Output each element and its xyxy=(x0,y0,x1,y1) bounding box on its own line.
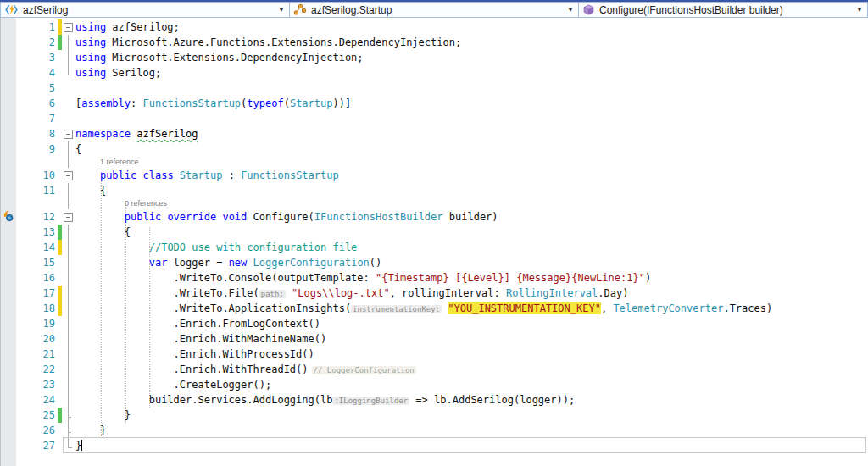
code-line: 5 xyxy=(0,80,868,96)
text-cursor xyxy=(81,440,82,451)
fold-margin xyxy=(62,438,75,453)
code-line: 23 .CreateLogger(); xyxy=(0,377,868,392)
line-number: 22 xyxy=(16,362,58,377)
code-text[interactable]: { xyxy=(75,183,868,198)
type-dropdown[interactable]: azfSerilog.Startup ▼ xyxy=(289,2,578,18)
type-dropdown-label: azfSerilog.Startup xyxy=(311,4,392,16)
fold-toggle[interactable] xyxy=(62,19,75,35)
code-text[interactable] xyxy=(75,111,868,126)
code-text[interactable] xyxy=(75,80,868,96)
member-dropdown-label: Configure(IFunctionsHostBuilder builder) xyxy=(599,4,783,16)
fold-margin xyxy=(62,141,75,157)
code-line: 24 builder.Services.AddLogging(lb:ILoggi… xyxy=(0,392,868,408)
line-number: 1 xyxy=(16,19,58,35)
line-number: 26 xyxy=(16,423,58,438)
code-text[interactable]: } xyxy=(75,423,868,438)
line-number: 18 xyxy=(16,301,58,316)
line-number: 8 xyxy=(16,126,58,141)
code-line: 16 .WriteTo.Console(outputTemplate: "{Ti… xyxy=(0,270,868,286)
code-line: 10 public class Startup : FunctionsStart… xyxy=(0,168,868,183)
azure-functions-project-icon xyxy=(5,4,18,15)
codelens-link[interactable]: 0 references xyxy=(75,198,868,209)
code-text[interactable]: } xyxy=(75,408,868,423)
code-text[interactable]: [assembly: FunctionsStartup(typeof(Start… xyxy=(75,96,868,111)
line-number: 17 xyxy=(16,286,58,301)
line-number: 5 xyxy=(16,80,58,96)
line-number: 15 xyxy=(16,255,58,270)
line-number: 19 xyxy=(16,316,58,331)
code-text[interactable]: builder.Services.AddLogging(lb:ILoggingB… xyxy=(75,392,868,408)
fold-toggle[interactable] xyxy=(62,168,75,183)
fold-margin xyxy=(62,316,75,331)
line-number xyxy=(16,198,58,209)
code-text[interactable]: .Enrich.WithMachineName() xyxy=(75,331,868,347)
fold-margin xyxy=(62,225,75,240)
code-line: 11 { xyxy=(0,183,868,198)
code-line: 9{ xyxy=(0,141,868,157)
code-text[interactable]: .CreateLogger(); xyxy=(75,377,868,392)
fold-toggle[interactable] xyxy=(62,126,75,141)
code-text[interactable]: using Serilog; xyxy=(75,65,868,80)
fold-margin xyxy=(62,331,75,347)
fold-margin xyxy=(62,377,75,392)
chevron-down-icon: ▼ xyxy=(278,6,285,14)
code-text[interactable]: using Microsoft.Extensions.DependencyInj… xyxy=(75,50,868,65)
line-number: 16 xyxy=(16,270,58,286)
code-text[interactable]: var logger = new LoggerConfiguration() xyxy=(75,255,868,270)
fold-margin xyxy=(62,183,75,198)
fold-margin xyxy=(62,347,75,362)
code-text[interactable]: { xyxy=(75,225,868,240)
code-line: 18 .WriteTo.ApplicationInsights(instrume… xyxy=(0,301,868,316)
line-number: 13 xyxy=(16,225,58,240)
code-text[interactable]: public class Startup : FunctionsStartup xyxy=(75,168,868,183)
codelens-link[interactable]: 1 reference xyxy=(75,157,868,168)
line-number: 3 xyxy=(16,50,58,65)
fold-margin xyxy=(62,96,75,111)
project-dropdown-label: azfSerilog xyxy=(23,4,68,16)
code-line: 19 .Enrich.FromLogContext() xyxy=(0,316,868,331)
code-line: 17 .WriteTo.File(path: "Logs\\log-.txt",… xyxy=(0,286,868,301)
code-text[interactable]: .Enrich.FromLogContext() xyxy=(75,316,868,331)
code-line: 25 } xyxy=(0,408,868,423)
navigation-bar: azfSerilog ▼ azfSerilog.Startup ▼ Config… xyxy=(0,0,868,18)
code-text[interactable]: using Microsoft.Azure.Functions.Extensio… xyxy=(75,35,868,50)
line-number: 10 xyxy=(16,168,58,183)
line-number: 20 xyxy=(16,331,58,347)
line-number: 21 xyxy=(16,347,58,362)
code-line: 21 .Enrich.WithProcessId() xyxy=(0,347,868,362)
fold-toggle[interactable] xyxy=(62,209,75,225)
chevron-down-icon: ▼ xyxy=(567,6,574,14)
code-line: 12 public override void Configure(IFunct… xyxy=(0,209,868,225)
code-text[interactable]: public override void Configure(IFunction… xyxy=(75,209,868,225)
code-text[interactable]: .WriteTo.Console(outputTemplate: "{Times… xyxy=(75,270,868,286)
flame-target-margin-icon[interactable] xyxy=(3,210,14,222)
code-text[interactable]: } xyxy=(75,438,868,453)
line-number: 25 xyxy=(16,408,58,423)
code-editor[interactable]: 1using azfSerilog;2using Microsoft.Azure… xyxy=(0,18,868,453)
method-icon xyxy=(583,4,594,15)
code-line: 1using azfSerilog; xyxy=(0,19,868,35)
fold-margin xyxy=(62,80,75,96)
line-number: 9 xyxy=(16,141,58,157)
line-number: 12 xyxy=(16,209,58,225)
member-dropdown[interactable]: Configure(IFunctionsHostBuilder builder)… xyxy=(578,2,868,18)
fold-margin xyxy=(62,111,75,126)
codelens-row: 1 reference xyxy=(0,157,868,168)
fold-margin xyxy=(62,35,75,50)
code-line: 2using Microsoft.Azure.Functions.Extensi… xyxy=(0,35,868,50)
project-dropdown[interactable]: azfSerilog ▼ xyxy=(0,2,289,18)
code-text[interactable]: using azfSerilog; xyxy=(75,19,868,35)
code-text[interactable]: .Enrich.WithProcessId() xyxy=(75,347,868,362)
code-line: 26 } xyxy=(0,423,868,438)
fold-margin xyxy=(62,392,75,408)
code-text[interactable]: .WriteTo.ApplicationInsights(instrumenta… xyxy=(75,301,868,316)
code-text[interactable]: //TODO use with configuration file xyxy=(75,240,868,255)
fold-margin xyxy=(62,240,75,255)
code-text[interactable]: namespace azfSerilog xyxy=(75,126,868,141)
code-text[interactable]: .Enrich.WithThreadId()// LoggerConfigura… xyxy=(75,362,868,377)
code-text[interactable]: .WriteTo.File(path: "Logs\\log-.txt", ro… xyxy=(75,286,868,301)
code-text[interactable]: { xyxy=(75,141,868,157)
fold-margin xyxy=(62,301,75,316)
code-line: 6[assembly: FunctionsStartup(typeof(Star… xyxy=(0,96,868,111)
code-line: 15 var logger = new LoggerConfiguration(… xyxy=(0,255,868,270)
